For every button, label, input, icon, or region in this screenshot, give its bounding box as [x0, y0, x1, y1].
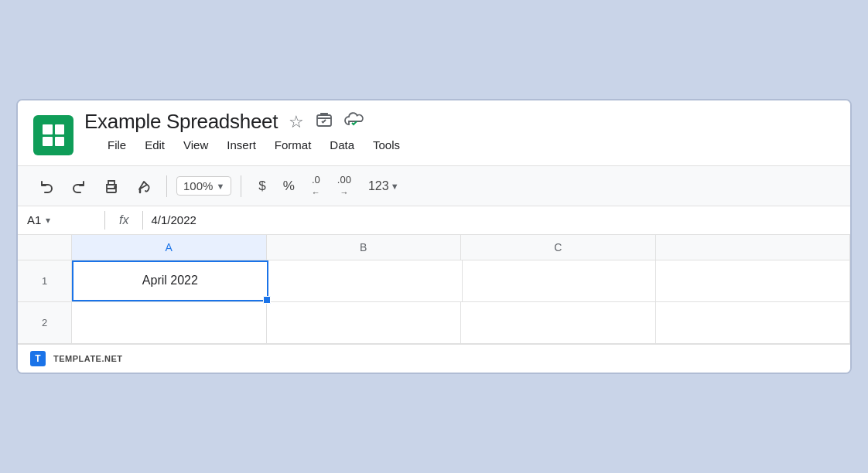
cell-ref-chevron-icon[interactable]: ▾ [46, 215, 50, 226]
menu-format[interactable]: Format [267, 135, 320, 155]
formula-value[interactable]: 4/1/2022 [151, 213, 841, 226]
logo-cell-1 [43, 124, 53, 134]
cloud-icon[interactable] [344, 111, 366, 134]
zoom-value: 100% [183, 179, 213, 192]
percent-button[interactable]: % [279, 175, 299, 197]
footer-brand: TEMPLATE.NET [53, 354, 123, 363]
formula-divider [104, 211, 105, 230]
sheets-logo [33, 115, 73, 155]
zoom-arrow-icon: ▼ [216, 182, 224, 191]
more-formats-label: 123 [368, 179, 389, 193]
redo-button[interactable] [66, 173, 92, 199]
toolbar: 100% ▼ $ % .0 ← .00 → 123 ▼ [18, 165, 850, 206]
row-num-2: 2 [18, 302, 72, 343]
menu-edit[interactable]: Edit [137, 135, 173, 155]
folder-icon[interactable] [315, 111, 333, 134]
cell-d2[interactable] [656, 302, 851, 343]
decimal-increase-top: .00 [337, 174, 351, 186]
decimal-decrease-button[interactable]: .0 ← [307, 171, 325, 201]
title-section: Example Spreadsheet ☆ [84, 110, 835, 161]
menu-view[interactable]: View [176, 135, 216, 155]
format-controls: $ % .0 ← .00 → 123 ▼ [254, 171, 403, 201]
decimal-decrease-top: .0 [312, 174, 320, 186]
spreadsheet-grid: A B C 1 April 2022 2 [18, 235, 850, 344]
template-logo: T [30, 351, 46, 366]
undo-button[interactable] [33, 173, 60, 199]
svg-point-2 [114, 186, 116, 188]
cell-a2[interactable] [72, 302, 267, 343]
col-header-b[interactable]: B [267, 235, 462, 260]
star-icon[interactable]: ☆ [289, 112, 304, 132]
menu-data[interactable]: Data [322, 135, 362, 155]
more-formats-arrow: ▼ [391, 182, 399, 191]
footer-logo-icon: T [35, 353, 40, 364]
cell-ref-value: A1 [27, 213, 41, 226]
fx-label: fx [113, 213, 135, 227]
menu-tools[interactable]: Tools [365, 135, 408, 155]
menu-bar: File Edit View Insert Format Data Tools [84, 134, 835, 161]
cell-c1[interactable] [463, 260, 657, 301]
percent-label: % [283, 179, 295, 194]
col-header-d[interactable] [656, 235, 851, 260]
logo-cell-2 [55, 124, 65, 134]
col-header-c[interactable]: C [461, 235, 656, 260]
cell-a1-value: April 2022 [142, 274, 198, 288]
col-header-a[interactable]: A [72, 235, 267, 260]
logo-cell-3 [43, 137, 53, 147]
cell-b1[interactable] [268, 260, 463, 301]
cell-a1[interactable]: April 2022 [72, 260, 268, 301]
formula-bar: A1 ▾ fx 4/1/2022 [18, 206, 850, 235]
cell-d1[interactable] [656, 260, 850, 301]
column-header-row: A B C [18, 235, 850, 260]
menu-insert[interactable]: Insert [219, 135, 264, 155]
currency-button[interactable]: $ [254, 175, 270, 197]
app-title: Example Spreadsheet [84, 110, 278, 134]
toolbar-divider-1 [166, 175, 167, 197]
title-icons: ☆ [289, 111, 366, 134]
toolbar-divider-2 [241, 175, 241, 197]
formula-divider-2 [142, 211, 143, 230]
footer: T TEMPLATE.NET [18, 344, 850, 373]
title-row: Example Spreadsheet ☆ [84, 110, 835, 134]
row-num-header [18, 235, 72, 260]
logo-cell-4 [55, 137, 65, 147]
app-window: Example Spreadsheet ☆ [16, 99, 852, 374]
cell-reference[interactable]: A1 ▾ [27, 213, 97, 226]
decimal-increase-button[interactable]: .00 → [333, 171, 356, 201]
zoom-control[interactable]: 100% ▼ [176, 176, 231, 196]
sheets-logo-grid [43, 124, 64, 146]
table-row: 1 April 2022 [18, 260, 850, 302]
table-row: 2 [18, 302, 850, 344]
title-bar: Example Spreadsheet ☆ [18, 100, 850, 165]
svg-rect-1 [107, 189, 116, 192]
more-formats-button[interactable]: 123 ▼ [364, 176, 404, 196]
cell-b2[interactable] [267, 302, 462, 343]
print-button[interactable] [98, 173, 125, 199]
menu-file[interactable]: File [100, 135, 134, 155]
row-num-1: 1 [18, 260, 72, 301]
decimal-decrease-arrow: ← [312, 188, 320, 198]
decimal-increase-arrow: → [340, 188, 348, 198]
cell-c2[interactable] [461, 302, 656, 343]
paint-format-button[interactable] [131, 173, 157, 199]
currency-label: $ [258, 179, 265, 194]
